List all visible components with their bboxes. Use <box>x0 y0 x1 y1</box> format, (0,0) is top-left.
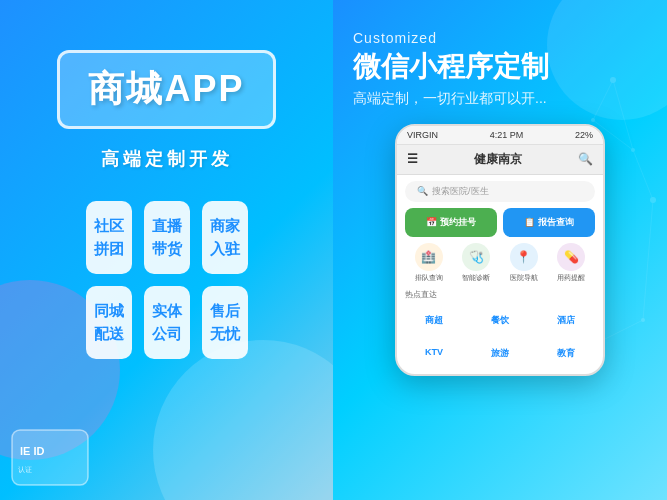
app-title: 商城APP <box>88 65 244 114</box>
phone-search-bar[interactable]: 🔍 搜索医院/医生 <box>405 181 595 202</box>
feature-item-5: 实体公司 <box>144 286 190 359</box>
phone-time: 4:21 PM <box>490 130 524 140</box>
phone-category-grid: 商超 餐饮 酒店 KTV 旅游 教育 <box>405 308 595 366</box>
nav-title: 健康南京 <box>474 151 522 168</box>
ie-id-badge: IE ID 认证 <box>10 420 90 490</box>
phone-icon-row: 🏥 排队查询 🩺 智能诊断 📍 医院导航 💊 用药提醒 <box>405 243 595 283</box>
icon-diagnosis: 🩺 智能诊断 <box>462 243 490 283</box>
phone-mockup: VIRGIN 4:21 PM 22% ☰ 健康南京 🔍 🔍 搜索医院/医生 📅 … <box>395 124 605 376</box>
svg-line-8 <box>593 80 613 120</box>
phone-cat-6[interactable]: 教育 <box>537 341 595 366</box>
phone-status-bar: VIRGIN 4:21 PM 22% <box>397 126 603 145</box>
phone-cat-1[interactable]: 商超 <box>405 308 463 333</box>
nav-back-icon: ☰ <box>407 152 418 166</box>
feature-item-1: 社区拼团 <box>86 201 132 274</box>
left-panel: 商城APP 高端定制开发 社区拼团 直播带货 商家入驻 同城配送 实体公司 售后… <box>0 0 333 500</box>
feature-item-2: 直播带货 <box>144 201 190 274</box>
nav-search-icon: 🔍 <box>578 152 593 166</box>
svg-text:IE ID: IE ID <box>20 445 45 457</box>
right-panel: Customized 微信小程序定制 高端定制，一切行业都可以开... VIRG… <box>333 0 667 500</box>
features-grid: 社区拼团 直播带货 商家入驻 同城配送 实体公司 售后无忧 <box>66 201 268 359</box>
feature-item-4: 同城配送 <box>86 286 132 359</box>
phone-battery: 22% <box>575 130 593 140</box>
appt-button[interactable]: 📅 预约挂号 <box>405 208 497 237</box>
svg-rect-0 <box>12 430 88 485</box>
phone-cat-4[interactable]: KTV <box>405 341 463 366</box>
phone-cat-5[interactable]: 旅游 <box>471 341 529 366</box>
icon-navigation: 📍 医院导航 <box>510 243 538 283</box>
feature-item-3: 商家入驻 <box>202 201 248 274</box>
left-subtitle: 高端定制开发 <box>101 147 233 171</box>
svg-text:认证: 认证 <box>18 466 32 474</box>
phone-cat-2[interactable]: 餐饮 <box>471 308 529 333</box>
phone-carrier: VIRGIN <box>407 130 438 140</box>
app-title-box: 商城APP <box>57 50 275 129</box>
report-button[interactable]: 📋 报告查询 <box>503 208 595 237</box>
hot-spots-title: 热点直达 <box>405 289 595 300</box>
search-placeholder: 搜索医院/医生 <box>432 185 489 198</box>
icon-queue: 🏥 排队查询 <box>415 243 443 283</box>
phone-cat-3[interactable]: 酒店 <box>537 308 595 333</box>
phone-container: VIRGIN 4:21 PM 22% ☰ 健康南京 🔍 🔍 搜索医院/医生 📅 … <box>353 124 647 376</box>
phone-action-buttons: 📅 预约挂号 📋 报告查询 <box>405 208 595 237</box>
feature-item-6: 售后无忧 <box>202 286 248 359</box>
icon-medicine: 💊 用药提醒 <box>557 243 585 283</box>
phone-nav-bar: ☰ 健康南京 🔍 <box>397 145 603 175</box>
search-icon: 🔍 <box>417 186 428 196</box>
